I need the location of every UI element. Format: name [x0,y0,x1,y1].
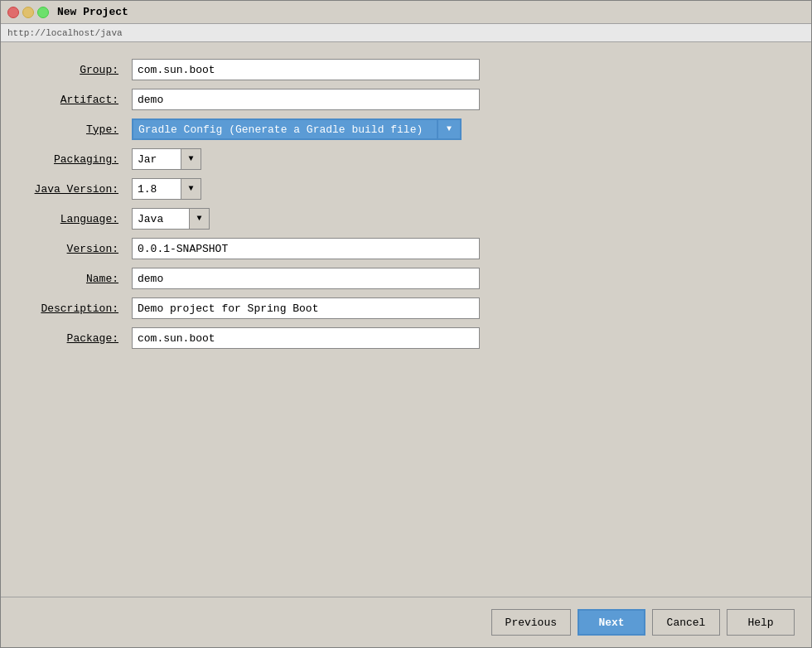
url-bar: http://localhost/java [1,24,811,42]
language-label: Language: [26,213,125,225]
maximize-button[interactable] [37,7,49,18]
chevron-down-icon: ▼ [196,215,201,223]
chevron-down-icon: ▼ [447,125,452,133]
language-container: Java Kotlin Groovy ▼ [132,208,556,230]
chevron-down-icon: ▼ [188,185,193,193]
language-select[interactable]: Java Kotlin Groovy [132,208,190,230]
chevron-down-icon: ▼ [188,155,193,163]
version-input-container [132,238,556,259]
form-content: Group: Artifact: Type: Gradle Config (Ge… [1,42,811,597]
type-dropdown-container: Gradle Config (Generate a Gradle build f… [132,118,556,140]
new-project-window: New Project http://localhost/java Group:… [0,0,812,648]
window-controls [7,7,49,18]
close-button[interactable] [7,7,19,18]
minimize-button[interactable] [22,7,34,18]
packaging-dropdown-button[interactable]: ▼ [181,148,201,170]
group-input[interactable] [132,59,480,80]
button-bar: Previous Next Cancel Help [1,597,811,647]
group-label: Group: [26,64,125,76]
package-label: Package: [26,332,125,345]
version-input[interactable] [132,238,480,259]
java-version-dropdown-button[interactable]: ▼ [181,178,201,200]
packaging-label: Packaging: [26,153,125,166]
title-bar: New Project [1,1,811,24]
description-input-container [132,297,556,319]
name-input-container [132,268,556,289]
artifact-input-container [132,89,556,110]
name-input[interactable] [132,268,480,289]
type-select[interactable]: Gradle Config (Generate a Gradle build f… [132,118,438,140]
form-grid: Group: Artifact: Type: Gradle Config (Ge… [26,59,556,349]
help-button[interactable]: Help [727,609,795,636]
artifact-label: Artifact: [26,94,125,106]
url-text: http://localhost/java [7,28,123,38]
type-label: Type: [26,123,125,136]
version-label: Version: [26,243,125,255]
description-input[interactable] [132,297,480,319]
previous-button[interactable]: Previous [491,609,571,636]
type-dropdown-button[interactable]: ▼ [438,118,462,140]
java-version-select[interactable]: 1.8 11 17 [132,178,181,200]
java-version-container: 1.8 11 17 ▼ [132,178,556,200]
window-title: New Project [57,6,128,18]
cancel-button[interactable]: Cancel [652,609,720,636]
package-input-container [132,327,556,349]
group-input-container [132,59,556,80]
description-label: Description: [26,302,125,315]
packaging-select[interactable]: Jar War [132,148,181,170]
next-button[interactable]: Next [578,609,645,636]
name-label: Name: [26,273,125,285]
artifact-input[interactable] [132,89,480,110]
package-input[interactable] [132,327,480,349]
language-dropdown-button[interactable]: ▼ [190,208,210,230]
java-version-label: Java Version: [26,183,125,196]
packaging-container: Jar War ▼ [132,148,556,170]
